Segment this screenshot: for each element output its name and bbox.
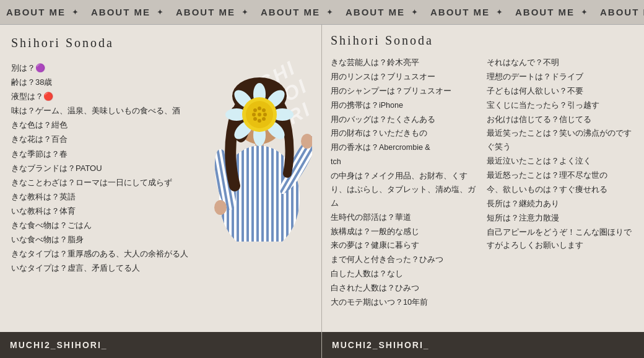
right-col1-1: 用のリンスは？ブリュスオー [331, 71, 482, 84]
banner-text-6: ABOUT ME [430, 7, 490, 17]
person-illustration [207, 50, 312, 242]
right-panel: Shihori Sonoda きな芸能人は？鈴木亮平 用のリンスは？ブリュスオー… [322, 25, 644, 358]
right-col2-0: それはなんで？不明 [487, 56, 638, 70]
right-col2-2: 子どもは何人欲しい？不要 [487, 85, 638, 98]
left-profile-9: きな教科は？英語 [11, 190, 189, 204]
left-footer-text: MUCHI2_SHIHORI_ [10, 340, 108, 350]
right-col1-14: 白された人数は？ひみつ [331, 282, 482, 295]
banner-text-5: ABOUT ME [346, 7, 405, 17]
photo-area: SHIHOIRI [198, 25, 321, 332]
right-col1-2: 用のシャンプーは？ブリュスオー [331, 85, 482, 98]
left-profile-7: きなブランドは？PATOU [11, 162, 189, 175]
banner-text-1: ABOUT ME [6, 7, 66, 17]
banner-item-5: ABOUT ME ✦ [339, 7, 424, 17]
banner-inner: ABOUT ME ✦ ABOUT ME ✦ ABOUT ME ✦ ABOUT M… [0, 7, 644, 17]
svg-point-24 [253, 108, 257, 112]
svg-point-7 [214, 200, 227, 215]
left-profile-11: きな食べ物は？ごはん [11, 219, 189, 232]
banner-item-6: ABOUT ME ✦ [424, 7, 509, 17]
banner-item-8: ABOUT ME [594, 7, 644, 17]
left-profile-13: きなタイプは？重厚感のある、大人の余裕がる人 [11, 247, 189, 261]
left-panel: Shihori Sonoda 別は？🟣 齢は？38歳 液型は？🔴 味は？ゲーム、… [0, 25, 322, 358]
banner-text-7: ABOUT ME [515, 7, 575, 17]
star-icon-5: ✦ [411, 7, 418, 17]
right-col1-4: 用のバッグは？たくさんある [331, 113, 482, 127]
banner-item: ABOUT ME ✦ [0, 7, 85, 17]
top-banner: ABOUT ME ✦ ABOUT ME ✦ ABOUT ME ✦ ABOUT M… [0, 0, 644, 25]
right-footer-bar: MUCHI2_SHIHORI_ [322, 332, 644, 358]
right-col2-5: 最近笑ったことは？笑いの沸点がのですぐ笑う [487, 127, 638, 154]
right-col-1: きな芸能人は？鈴木亮平 用のリンスは？ブリュスオー 用のシャンプーは？ブリュスオ… [331, 56, 482, 310]
right-content-area: Shihori Sonoda きな芸能人は？鈴木亮平 用のリンスは？ブリュスオー… [322, 25, 644, 332]
star-icon-1: ✦ [72, 7, 79, 17]
left-profile-3: 味は？ゲーム、温泉、美味しいもの食べる、酒 [11, 104, 189, 118]
banner-text-2: ABOUT ME [91, 7, 150, 17]
star-icon-3: ✦ [242, 7, 248, 17]
star-icon-2: ✦ [157, 7, 163, 17]
right-col1-11: 来の夢は？健康に暮らす [331, 239, 482, 253]
right-col1-7: tch [331, 155, 482, 169]
right-name-title: Shihori Sonoda [331, 33, 638, 48]
right-col2-3: 宝くじに当たったら？引っ越す [487, 99, 638, 113]
right-col1-9: 生時代の部活は？華道 [331, 211, 482, 225]
svg-point-29 [263, 113, 267, 116]
left-profile-14: いなタイプは？虚言、矛盾してる人 [11, 261, 189, 275]
left-profile-2: 液型は？🔴 [11, 90, 189, 103]
right-col1-0: きな芸能人は？鈴木亮平 [331, 56, 482, 70]
svg-point-31 [258, 119, 261, 123]
banner-text-3: ABOUT ME [176, 7, 235, 17]
right-col1-3: 用の携帯は？iPhone [331, 99, 482, 113]
left-top-area: Shihori Sonoda 別は？🟣 齢は？38歳 液型は？🔴 味は？ゲーム、… [0, 25, 321, 332]
left-profile-5: きな花は？百合 [11, 133, 189, 146]
left-profile-10: いな教科は？体育 [11, 204, 189, 218]
banner-text-4: ABOUT ME [261, 7, 320, 17]
right-col2-9: 長所は？継続力あり [487, 198, 638, 211]
svg-point-30 [253, 117, 257, 121]
right-col1-5: 用の財布は？いただきもの [331, 127, 482, 141]
right-col2-10: 短所は？注意力散漫 [487, 212, 638, 225]
banner-text-8: ABOUT ME [600, 7, 644, 17]
main-content: Shihori Sonoda 別は？🟣 齢は？38歳 液型は？🔴 味は？ゲーム、… [0, 25, 644, 358]
left-profile-4: きな色は？紺色 [11, 118, 189, 132]
right-col2-6: 最近泣いたことは？よく泣く [487, 155, 638, 168]
svg-point-32 [262, 117, 266, 121]
right-columns: きな芸能人は？鈴木亮平 用のリンスは？ブリュスオー 用のシャンプーは？ブリュスオ… [331, 56, 638, 310]
banner-item-3: ABOUT ME ✦ [170, 7, 255, 17]
banner-item-2: ABOUT ME ✦ [85, 7, 170, 17]
right-col1-6: 用の香水は？Abercrombie & [331, 141, 482, 155]
star-icon-7: ✦ [581, 7, 588, 17]
right-col1-12: まで何人と付き合った？ひみつ [331, 253, 482, 267]
left-profile-1: 齢は？38歳 [11, 76, 189, 89]
right-col1-10: 族構成は？一般的な感じ [331, 225, 482, 239]
left-text-area: Shihori Sonoda 別は？🟣 齢は？38歳 液型は？🔴 味は？ゲーム、… [0, 25, 198, 332]
left-profile-12: いな食べ物は？脂身 [11, 233, 189, 247]
svg-point-26 [262, 108, 266, 112]
right-col2-11: 自己アピールをどうぞ！こんな圏ほりですがよろしくお願いします [487, 226, 638, 253]
banner-item-4: ABOUT ME ✦ [255, 7, 339, 17]
right-col1-13: 白した人数は？なし [331, 268, 482, 281]
right-col-2: それはなんで？不明 理想のデートは？ドライブ 子どもは何人欲しい？不要 宝くじに… [487, 56, 638, 310]
right-col1-8: の中身は？メイク用品、お財布、くすり、はぶらし、タブレット、清め塩、ガム [331, 170, 482, 211]
left-profile-6: きな季節は？春 [11, 147, 189, 161]
left-profile-0: 別は？🟣 [11, 61, 189, 75]
star-icon-6: ✦ [496, 7, 503, 17]
left-profile-8: きなことわざは？ローマは一日にして成らず [11, 176, 189, 190]
right-footer-text: MUCHI2_SHIHORI_ [332, 340, 430, 350]
right-col2-1: 理想のデートは？ドライブ [487, 71, 638, 84]
right-col2-7: 最近怒ったことは？理不尽な世の [487, 169, 638, 183]
right-col2-4: お化けは信じてる？信じてる [487, 113, 638, 127]
left-footer-bar: MUCHI2_SHIHORI_ [0, 332, 321, 358]
banner-item-7: ABOUT ME ✦ [509, 7, 594, 17]
left-name-title: Shihori Sonoda [11, 36, 189, 50]
svg-point-28 [258, 113, 261, 116]
svg-point-27 [252, 113, 256, 116]
svg-point-25 [258, 107, 261, 110]
star-icon-4: ✦ [326, 7, 333, 17]
right-col2-8: 今、欲しいものは？すぐ痩せれる [487, 183, 638, 197]
right-col1-15: 大のモテ期はいつ？10年前 [331, 296, 482, 310]
